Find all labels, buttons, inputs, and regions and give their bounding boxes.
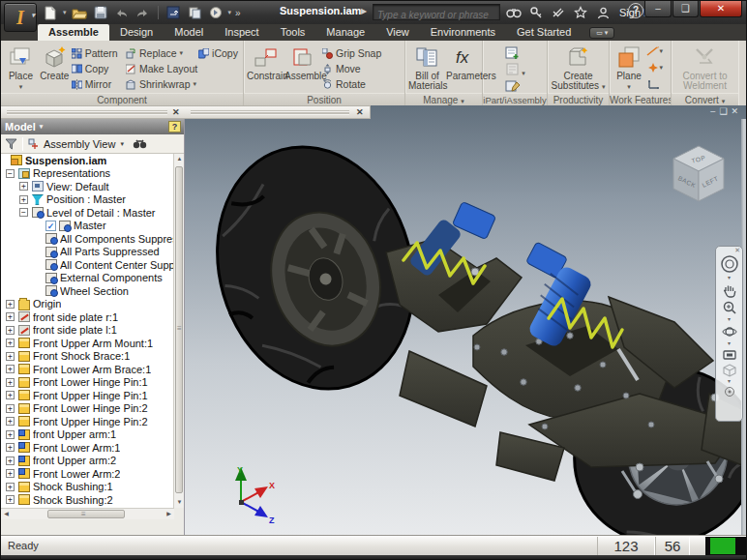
tab-get-started[interactable]: Get Started: [506, 24, 582, 41]
expand-icon[interactable]: +: [6, 469, 15, 478]
scrollbar-thumb[interactable]: [47, 510, 125, 518]
navbar-customize-icon[interactable]: [724, 386, 735, 398]
tree-item[interactable]: +Front Lower Arm:1: [1, 441, 173, 455]
tree-item[interactable]: +Shock Bushing:1: [1, 481, 173, 494]
expand-icon[interactable]: +: [19, 195, 28, 204]
tab-tools[interactable]: Tools: [270, 24, 316, 41]
tree-item[interactable]: +Front Lower Arm:2: [1, 467, 173, 481]
select-dropdown-icon[interactable]: ▾: [228, 9, 232, 16]
scroll-down-icon[interactable]: ▼: [174, 497, 185, 508]
maximize-button[interactable]: ❑: [672, 1, 699, 17]
ribbon-display-toggle[interactable]: ▭ ▾: [589, 27, 614, 39]
tree-item[interactable]: +Front Upper Arm Mount:1: [1, 337, 173, 350]
new-file-dropdown-icon[interactable]: ▾: [63, 9, 67, 16]
create-iassembly-button[interactable]: [504, 45, 522, 60]
tree-item[interactable]: +Position : Master: [1, 193, 173, 207]
expand-icon[interactable]: +: [6, 300, 15, 309]
pattern-button[interactable]: Pattern: [72, 45, 126, 61]
doc-close-icon[interactable]: ✕: [731, 106, 742, 116]
panel-label-component[interactable]: Component: [1, 93, 243, 105]
constrain-button[interactable]: Constrain: [247, 43, 284, 81]
zoom-dropdown-icon[interactable]: ▾: [728, 317, 731, 322]
tree-item[interactable]: All Content Center Suppressed: [1, 258, 173, 272]
expand-icon[interactable]: +: [6, 457, 15, 465]
ipart-dropdown-icon[interactable]: ▾: [522, 70, 525, 77]
tree-item[interactable]: +Front Upper Hinge Pin:1: [1, 389, 173, 402]
return-button[interactable]: [164, 5, 182, 21]
user-icon[interactable]: [595, 5, 611, 20]
tab-inspect[interactable]: Inspect: [214, 24, 269, 41]
tab-manage[interactable]: Manage: [315, 24, 375, 41]
undo-button[interactable]: [113, 5, 131, 21]
minimize-button[interactable]: –: [644, 1, 672, 17]
panel-close-icon[interactable]: ✕: [356, 106, 364, 118]
tree-item[interactable]: +front Upper arm:1: [1, 428, 173, 442]
panel-label-manage[interactable]: Manage ▾: [405, 93, 482, 105]
ucs-button[interactable]: [645, 76, 663, 91]
collapse-icon[interactable]: −: [6, 169, 15, 178]
favorites-star-icon[interactable]: [573, 5, 588, 20]
search-input[interactable]: [374, 8, 499, 22]
pan-hand-icon[interactable]: [722, 282, 737, 298]
edit-factory-scope-button[interactable]: [504, 62, 522, 76]
expand-icon[interactable]: +: [6, 352, 15, 361]
tab-design[interactable]: Design: [109, 24, 164, 41]
save-button[interactable]: [92, 5, 109, 21]
redo-button[interactable]: [134, 5, 152, 21]
toolbar-overflow-icon[interactable]: »: [235, 8, 240, 18]
panel-label-position[interactable]: Position: [244, 93, 404, 105]
icopy-button[interactable]: iCopy: [198, 45, 240, 61]
panel-label-ipart[interactable]: iPart/iAssembly: [483, 93, 547, 105]
tree-item[interactable]: +Front Lower Hinge Pin:1: [1, 376, 173, 390]
close-button[interactable]: ✕: [700, 1, 742, 17]
browser-help-icon[interactable]: ?: [168, 121, 181, 133]
tree-item[interactable]: All Parts Suppressed: [1, 246, 173, 259]
expand-icon[interactable]: +: [6, 391, 15, 399]
model-tree[interactable]: Suspension.iam−Representations+View: Def…: [1, 154, 174, 508]
open-button[interactable]: [71, 5, 88, 21]
search-binoculars-icon[interactable]: [506, 5, 522, 20]
filter-icon[interactable]: [5, 138, 17, 150]
new-file-button[interactable]: [42, 5, 59, 21]
create-substitutes-button[interactable]: CreateSubstitutes ▾: [551, 43, 606, 92]
tab-environments[interactable]: Environments: [420, 24, 506, 41]
tree-item[interactable]: Wheel Section: [1, 284, 173, 298]
tree-item[interactable]: All Components Suppressed: [1, 232, 173, 246]
create-button[interactable]: Create: [38, 43, 72, 81]
tree-item[interactable]: +front side plate l:1: [1, 324, 173, 338]
expand-icon[interactable]: +: [19, 182, 28, 191]
grip-snap-button[interactable]: Grip Snap: [322, 45, 390, 61]
place-button[interactable]: Place▾: [4, 43, 38, 92]
expand-icon[interactable]: +: [6, 312, 15, 321]
tab-model[interactable]: Model: [164, 24, 214, 41]
bill-of-materials-button[interactable]: Bill ofMaterials: [408, 43, 446, 91]
expand-icon[interactable]: +: [6, 443, 15, 452]
expand-icon[interactable]: +: [6, 339, 15, 347]
expand-icon[interactable]: +: [6, 404, 15, 413]
panel-close-icon[interactable]: ✕: [172, 106, 180, 118]
expand-icon[interactable]: +: [6, 483, 15, 491]
grip-handle[interactable]: [191, 110, 349, 115]
panel-label-productivity[interactable]: Productivity: [548, 93, 609, 105]
checkbox-checked[interactable]: ✓: [45, 221, 56, 231]
model-viewport[interactable]: Y X Z TOP BACK LEFT –❑✕ ✕: [185, 105, 747, 535]
assemble-button[interactable]: Assemble: [284, 43, 322, 81]
shrinkwrap-button[interactable]: Shrinkwrap ▾: [126, 76, 198, 92]
navbar-close-icon[interactable]: ✕: [734, 247, 740, 254]
view-cube[interactable]: TOP BACK LEFT: [673, 146, 724, 201]
subscription-key-icon[interactable]: [528, 5, 544, 20]
convert-to-weldment-button[interactable]: Convert toWeldment: [675, 43, 735, 91]
rotate-button[interactable]: Rotate: [322, 76, 390, 92]
copy-button[interactable]: Copy: [72, 61, 126, 76]
grip-handle[interactable]: [7, 110, 167, 115]
move-button[interactable]: Move: [322, 61, 390, 76]
scroll-left-icon[interactable]: ◀: [1, 509, 12, 519]
orbit-dropdown-icon[interactable]: ▾: [728, 341, 731, 346]
tab-view[interactable]: View: [375, 24, 420, 41]
tree-item[interactable]: +Front Shock Brace:1: [1, 350, 173, 364]
expand-icon[interactable]: +: [6, 326, 15, 335]
tree-item[interactable]: +front Upper arm:2: [1, 455, 173, 468]
expand-icon[interactable]: +: [6, 417, 15, 426]
orbit-icon[interactable]: [722, 324, 737, 339]
expand-icon[interactable]: +: [6, 495, 15, 504]
